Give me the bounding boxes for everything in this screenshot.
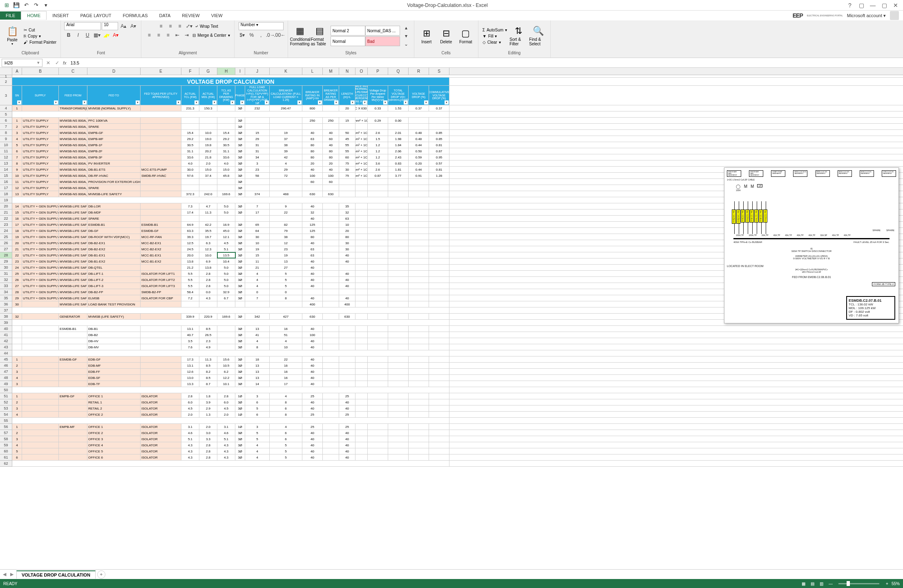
font-color-button[interactable]: A▾ xyxy=(111,31,120,39)
sheet-nav-prev[interactable]: ▶ xyxy=(9,571,15,578)
table-row[interactable]: 6UTILITY SUPPLYMVMSB-NS 800A, 4PolEMPB-2… xyxy=(12,148,903,154)
table-row[interactable]: 3OFFICE 3ISOLATOR5.13.35.13Ø564040 xyxy=(12,436,903,442)
table-row[interactable]: 1EMPB-MFOFFICE 1ISOLATOR3.12.03.11Ø34252… xyxy=(12,424,903,430)
row-header-4[interactable]: 4 xyxy=(0,105,12,111)
row-header-10[interactable]: 10 xyxy=(0,142,12,148)
col-header-G[interactable]: G xyxy=(199,68,217,75)
row-header-41[interactable]: 41 xyxy=(0,332,12,338)
row-header-23[interactable]: 23 xyxy=(0,222,12,228)
filter-arrow[interactable]: ▾ xyxy=(194,100,199,105)
row-header-59[interactable]: 59 xyxy=(0,442,12,448)
row-header-25[interactable]: 25 xyxy=(0,234,12,240)
row-header-34[interactable]: 34 xyxy=(0,289,12,295)
wrap-text-button[interactable]: ⤶ Wrap Text xyxy=(194,22,219,30)
table-row[interactable]: DB-MV7.64.93Ø81040 xyxy=(12,344,903,350)
row-header-30[interactable]: 30 xyxy=(0,265,12,271)
border-button[interactable]: ▦▾ xyxy=(92,31,101,39)
underline-button[interactable]: U xyxy=(83,31,92,39)
row-header-56[interactable]: 56 xyxy=(0,424,12,430)
col-header-M[interactable]: M xyxy=(323,68,339,75)
row-header-42[interactable]: 42 xyxy=(0,338,12,344)
sheet-tab-voltage-drop[interactable]: VOLTAGE DROP CALCULATION xyxy=(16,570,96,579)
filter-arrow[interactable]: ▾ xyxy=(351,100,355,105)
row-header-62[interactable]: 62 xyxy=(0,461,12,467)
qat-redo[interactable]: ↷ xyxy=(32,1,40,9)
paste-button[interactable]: 📋Paste▾ xyxy=(3,23,21,49)
row-header-57[interactable]: 57 xyxy=(0,430,12,436)
filter-arrow[interactable]: ▾ xyxy=(83,100,87,105)
filter-arrow[interactable]: ▾ xyxy=(17,100,21,105)
grow-font-icon[interactable]: A▴ xyxy=(119,22,128,30)
row-header-27[interactable]: 27 xyxy=(0,246,12,252)
filter-arrow[interactable]: ▾ xyxy=(383,100,387,105)
col-header-O[interactable]: O xyxy=(355,68,368,75)
row-header-2[interactable]: 2 xyxy=(0,78,12,86)
table-row[interactable] xyxy=(12,418,903,424)
row-header-19[interactable]: 19 xyxy=(0,197,12,203)
table-row[interactable] xyxy=(12,387,903,393)
row-header-44[interactable]: 44 xyxy=(0,350,12,356)
table-row[interactable]: DB-HV3.52.33Ø4440 xyxy=(12,338,903,344)
view-page-layout-icon[interactable]: ▤ xyxy=(808,580,817,587)
row-header-58[interactable]: 58 xyxy=(0,436,12,442)
zoom-level[interactable]: 55% xyxy=(892,581,900,586)
filter-arrow[interactable]: ▾ xyxy=(240,100,244,105)
row-header-45[interactable]: 45 xyxy=(0,356,12,363)
table-row[interactable]: 3EDB-TF13.38.710.13Ø141740 xyxy=(12,381,903,387)
format-cells-button[interactable]: ▢Format xyxy=(457,23,475,49)
filter-arrow[interactable]: ▾ xyxy=(404,100,408,105)
font-name-select[interactable]: Arial xyxy=(64,22,101,30)
align-center-icon[interactable]: ≡ xyxy=(154,31,163,39)
table-row[interactable]: 1EMPB-GFOFFICE 1ISOLATOR2.81.82.81Ø34252… xyxy=(12,393,903,399)
style-bad[interactable]: Bad xyxy=(365,36,400,46)
filter-arrow[interactable]: ▾ xyxy=(334,100,338,105)
tab-view[interactable]: VIEW xyxy=(206,11,228,20)
shrink-font-icon[interactable]: A▾ xyxy=(129,22,138,30)
row-header-17[interactable]: 17 xyxy=(0,185,12,191)
row-header-3[interactable]: 3 xyxy=(0,86,12,105)
dec-decimal-icon[interactable]: .00← xyxy=(275,31,284,39)
table-row[interactable]: 1ESMDB-GFEDB-GF17.311.315.63Ø182240 xyxy=(12,356,903,363)
table-row[interactable]: 1TRANSFORMER(LV)MVMSB (NORMAL SUPPLY)231… xyxy=(12,105,903,111)
tab-file[interactable]: FILE xyxy=(0,11,21,20)
row-header-50[interactable]: 50 xyxy=(0,387,12,393)
fill-button[interactable]: ▼ Fill ▾ xyxy=(482,33,508,39)
table-row[interactable] xyxy=(12,461,903,467)
table-row[interactable] xyxy=(12,350,903,356)
col-header-S[interactable]: S xyxy=(429,68,449,75)
align-bottom-icon[interactable]: ≡ xyxy=(175,22,184,30)
tab-home[interactable]: HOME xyxy=(21,11,47,20)
row-header-28[interactable]: 28 xyxy=(0,252,12,258)
row-header-21[interactable]: 21 xyxy=(0,209,12,216)
row-header-32[interactable]: 32 xyxy=(0,277,12,283)
filter-arrow[interactable]: ▾ xyxy=(445,100,449,105)
table-row[interactable]: 4EDB-SF13.08.512.23Ø131640 xyxy=(12,375,903,381)
tab-pagelayout[interactable]: PAGE LAYOUT xyxy=(74,11,117,20)
fx-icon[interactable]: fx xyxy=(61,60,68,65)
col-header-R[interactable]: R xyxy=(409,68,429,75)
filter-arrow[interactable]: ▾ xyxy=(363,100,367,105)
cut-button[interactable]: ✂ Cut xyxy=(23,27,57,33)
maximize-button[interactable]: ▢ xyxy=(879,1,889,10)
find-select-button[interactable]: 🔍Find & Select xyxy=(529,23,547,49)
filter-arrow[interactable]: ▾ xyxy=(265,100,269,105)
styles-down-icon[interactable]: ▾ xyxy=(402,32,411,40)
col-header-F[interactable]: F xyxy=(181,68,199,75)
table-row[interactable]: ESMDB-B1DB-B113.18.53Ø131640 xyxy=(12,326,903,332)
row-header-38[interactable]: 38 xyxy=(0,314,12,320)
col-header-E[interactable]: E xyxy=(141,68,181,75)
qat-undo[interactable]: ↶ xyxy=(22,1,30,9)
row-header-35[interactable]: 35 xyxy=(0,295,12,301)
row-header-20[interactable]: 20 xyxy=(0,203,12,209)
sort-filter-button[interactable]: ⇅Sort & Filter xyxy=(510,23,527,49)
row-header-13[interactable]: 13 xyxy=(0,160,12,167)
col-header-I[interactable]: I xyxy=(235,68,245,75)
filter-arrow[interactable]: ▾ xyxy=(177,100,181,105)
italic-button[interactable]: I xyxy=(74,31,83,39)
sheet-nav-first[interactable]: ◀ xyxy=(2,571,7,578)
add-sheet-button[interactable]: + xyxy=(97,570,105,579)
format-as-table-button[interactable]: ▤Format as Table xyxy=(311,23,329,49)
copy-button[interactable]: ⎘ Copy ▾ xyxy=(23,33,57,39)
col-header-K[interactable]: K xyxy=(270,68,302,75)
table-row[interactable]: 4OFFICE 4ISOLATOR4.32.84.33Ø454040 xyxy=(12,442,903,448)
